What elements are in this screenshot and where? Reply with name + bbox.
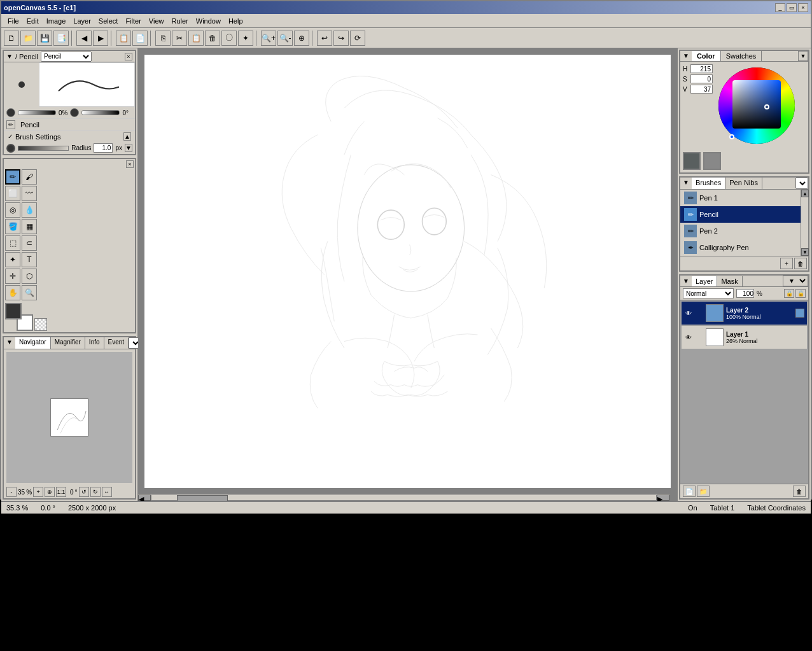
brushes-tab[interactable]: Brushes xyxy=(692,178,725,189)
blend-mode-select[interactable]: Normal xyxy=(683,288,734,298)
horizontal-scrollbar[interactable]: ◀ ▶ xyxy=(138,493,669,501)
eyedropper-tool[interactable]: 💧 xyxy=(22,202,37,218)
swatches-tab[interactable]: Swatches xyxy=(721,51,762,61)
drawing-canvas[interactable] xyxy=(144,55,671,488)
blur-tool[interactable]: ◎ xyxy=(5,202,20,218)
lock-transparency-button[interactable]: 🔒 xyxy=(784,289,794,298)
undo-button[interactable]: ↩ xyxy=(317,31,332,46)
zoom-actual-nav[interactable]: 1:1 xyxy=(56,487,66,497)
mask-tab[interactable]: Mask xyxy=(717,276,742,286)
brush-slider-dot-right[interactable] xyxy=(70,108,79,117)
transform-tool[interactable]: ⬡ xyxy=(22,269,37,284)
color-saturation-box[interactable] xyxy=(732,80,781,129)
brush-list-item-pen2[interactable]: ✏ Pen 2 xyxy=(680,223,801,239)
primary-color-swatch[interactable] xyxy=(683,152,701,170)
brush-list-item-caligraphy[interactable]: ✒ Calligraphy Pen xyxy=(680,239,801,256)
brush-list-item-pen1[interactable]: ✏ Pen 1 xyxy=(680,190,801,206)
menu-window[interactable]: Window xyxy=(192,16,225,26)
brush-settings-scroll-up[interactable]: ▲ xyxy=(123,132,131,141)
add-brush-button[interactable]: + xyxy=(780,258,793,269)
next-button[interactable]: ▶ xyxy=(93,31,108,46)
zoom-fit-nav[interactable]: ⊕ xyxy=(45,487,55,497)
brush-tool[interactable]: 🖌 xyxy=(22,169,37,185)
paste-button[interactable]: 📄 xyxy=(132,31,148,46)
pen-nibs-tab[interactable]: Pen Nibs xyxy=(725,178,762,189)
navigator-tab[interactable]: Navigator xyxy=(15,337,51,349)
eraser-tool[interactable]: ⬜ xyxy=(5,186,20,201)
zoom-out-nav[interactable]: - xyxy=(6,487,17,497)
brushes-dropdown[interactable] xyxy=(795,178,808,189)
brush-dropdown-arrow[interactable]: ▼ xyxy=(6,53,13,60)
menu-filter[interactable]: Filter xyxy=(122,16,144,26)
menu-select[interactable]: Select xyxy=(95,16,122,26)
zoom-tool[interactable]: 🔍 xyxy=(22,285,37,300)
menu-edit[interactable]: Edit xyxy=(23,16,43,26)
layer-folder-button[interactable]: 📁 xyxy=(697,486,710,497)
h-scroll-track[interactable] xyxy=(151,494,657,501)
layer1-eye[interactable]: 👁 xyxy=(684,333,693,342)
radius-scroll-down[interactable]: ▼ xyxy=(125,144,132,152)
h-scroll-right[interactable]: ▶ xyxy=(657,494,669,501)
layer2-eye[interactable]: 👁 xyxy=(684,309,693,318)
wand-button[interactable]: ✦ xyxy=(238,31,253,46)
hand-tool[interactable]: ✋ xyxy=(5,285,20,300)
layers-panel-arrow[interactable]: ▼ xyxy=(680,276,692,286)
zoom-in-button[interactable]: 🔍+ xyxy=(261,31,276,46)
lasso-tool[interactable]: ⊂ xyxy=(22,235,37,251)
rotate-left-nav[interactable]: ↺ xyxy=(79,487,89,497)
layer-item-2[interactable]: 👁 Layer 2 100% Normal xyxy=(682,302,807,325)
brush-scroll-up[interactable]: ▲ xyxy=(801,190,809,197)
layer-item-1[interactable]: 👁 Layer 1 26% Normal xyxy=(682,326,807,349)
close-button[interactable]: × xyxy=(798,3,808,12)
color-wheel-area[interactable] xyxy=(715,64,798,147)
color-options-button[interactable]: ▼ xyxy=(798,51,808,61)
radius-slider[interactable] xyxy=(18,146,69,151)
restore-button[interactable]: ▭ xyxy=(787,3,797,12)
info-tab[interactable]: Info xyxy=(85,337,104,349)
paste2-button[interactable]: 📋 xyxy=(188,31,204,46)
zoom-in-nav[interactable]: + xyxy=(33,487,43,497)
s-input[interactable] xyxy=(690,74,713,83)
brush-list-item-pencil[interactable]: ✏ Pencil xyxy=(680,206,801,223)
brush-scroll-down[interactable]: ▼ xyxy=(801,248,809,256)
hue-wheel[interactable] xyxy=(718,67,795,144)
save-all-button[interactable]: 📑 xyxy=(53,31,69,46)
smudge-tool[interactable]: 〰 xyxy=(22,186,37,201)
secondary-color-swatch[interactable] xyxy=(703,152,721,170)
brush-slider-1[interactable] xyxy=(18,110,56,115)
copy-button[interactable]: ⎘ xyxy=(155,31,171,46)
menu-image[interactable]: Image xyxy=(43,16,70,26)
brushes-panel-arrow[interactable]: ▼ xyxy=(680,178,692,189)
window-controls[interactable]: _ ▭ × xyxy=(775,3,808,12)
redo-button[interactable]: ↪ xyxy=(333,31,349,46)
redo2-button[interactable]: ⟳ xyxy=(350,31,365,46)
cut-copy-button[interactable]: 📋 xyxy=(116,31,131,46)
lock-all-button[interactable]: 🔒 xyxy=(795,289,806,298)
menu-ruler[interactable]: Ruler xyxy=(168,16,192,26)
brush-slider-dot-left[interactable] xyxy=(6,108,15,117)
move-tool[interactable]: ✛ xyxy=(5,269,20,284)
canvas-area[interactable]: ◀ ▶ xyxy=(138,48,677,501)
text-tool[interactable]: T xyxy=(22,252,37,267)
fill-tool[interactable]: 🪣 xyxy=(5,219,20,234)
transparent-button[interactable] xyxy=(34,318,47,331)
lasso-button[interactable]: 〇 xyxy=(221,31,237,46)
event-tab[interactable]: Event xyxy=(104,337,129,349)
menu-layer[interactable]: Layer xyxy=(69,16,95,26)
rotate-right-nav[interactable]: ↻ xyxy=(90,487,101,497)
magnifier-tab[interactable]: Magnifier xyxy=(51,337,85,349)
magic-wand-tool[interactable]: ✦ xyxy=(5,252,20,267)
new-file-button[interactable]: 🗋 xyxy=(4,31,19,46)
layer1-link[interactable] xyxy=(696,333,703,342)
zoom-out-button[interactable]: 🔍- xyxy=(277,31,293,46)
v-input[interactable] xyxy=(690,85,713,94)
brush-slider-2[interactable] xyxy=(81,110,120,115)
opacity-input[interactable] xyxy=(736,289,754,298)
layers-dropdown[interactable]: ▼ xyxy=(783,276,808,286)
new-layer-button[interactable]: 📄 xyxy=(683,486,696,497)
color-tab[interactable]: Color xyxy=(692,51,721,61)
open-file-button[interactable]: 📁 xyxy=(20,31,36,46)
menu-help[interactable]: Help xyxy=(225,16,247,26)
foreground-color[interactable] xyxy=(5,303,22,319)
menu-file[interactable]: File xyxy=(4,16,23,26)
